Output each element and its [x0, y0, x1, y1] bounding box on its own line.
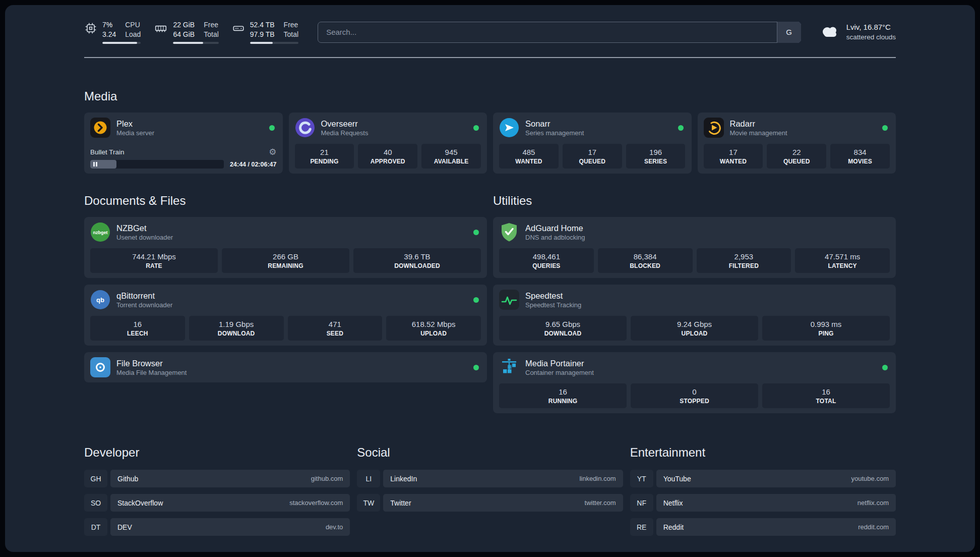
- section-title-social: Social: [357, 445, 623, 460]
- cpu-progress-bar: [102, 42, 141, 44]
- bookmark-stackoverflow[interactable]: SO StackOverflow stackoverflow.com: [84, 494, 350, 512]
- service-description: Media Requests: [321, 129, 369, 137]
- pause-icon[interactable]: [93, 162, 97, 166]
- stat-box: 618.52 Mbps UPLOAD: [386, 316, 481, 341]
- service-name: Plex: [116, 119, 154, 129]
- status-dot-online: [269, 125, 275, 131]
- service-card-overseerr[interactable]: Overseerr Media Requests 21 PENDING 40 A…: [289, 113, 487, 174]
- stat-box: 196 SERIES: [626, 144, 686, 169]
- portainer-icon: [499, 357, 519, 377]
- stat-box: 40 APPROVED: [358, 144, 417, 169]
- memory-widget: 22 GiB Free 64 GiB Total: [154, 20, 218, 44]
- bookmark-domain: dev.to: [326, 523, 343, 531]
- memory-free-label: Free: [204, 20, 219, 29]
- service-card-sonarr[interactable]: Sonarr Series management 485 WANTED 17 Q…: [493, 113, 692, 174]
- stat-value: 945: [423, 148, 479, 156]
- bookmark-name: LinkedIn: [390, 475, 417, 483]
- memory-total-value: 64 GiB: [173, 30, 195, 39]
- stat-label: PENDING: [297, 158, 352, 165]
- bookmark-dev[interactable]: DT DEV dev.to: [84, 518, 350, 536]
- stat-box: 9.65 Gbps DOWNLOAD: [499, 316, 627, 341]
- stat-box: 16 LEECH: [90, 316, 185, 341]
- service-card-radarr[interactable]: Radarr Movie management 17 WANTED 22 QUE…: [698, 113, 896, 174]
- bookmark-linkedin[interactable]: LI LinkedIn linkedin.com: [357, 470, 623, 487]
- disk-free-value: 52.4 TB: [250, 20, 275, 29]
- stat-value: 16: [92, 320, 183, 328]
- service-card-speedtest[interactable]: Speedtest Speedtest Tracking 9.65 Gbps D…: [493, 285, 896, 346]
- memory-progress-bar: [173, 42, 218, 44]
- stat-value: 21: [297, 148, 352, 156]
- service-card-qbittorrent[interactable]: qb qBittorrent Torrent downloader: [84, 285, 487, 346]
- playback-progress-bar[interactable]: [90, 160, 224, 169]
- service-card-adguard[interactable]: AdGuard Home DNS and adblocking 498,461 …: [493, 217, 896, 278]
- service-card-portainer[interactable]: Media Portainer Container management 16 …: [493, 352, 896, 413]
- stat-box: 744.21 Mbps RATE: [90, 248, 218, 273]
- weather-location: Lviv, 16.87°C: [846, 22, 896, 32]
- stat-box: 266 GB REMAINING: [222, 248, 349, 273]
- cloud-icon: [820, 24, 840, 40]
- service-name: Media Portainer: [525, 359, 594, 368]
- bookmark-domain: netflix.com: [858, 499, 889, 507]
- service-description: Movie management: [730, 129, 787, 137]
- bookmark-abbr: GH: [84, 470, 107, 487]
- bookmark-domain: linkedin.com: [579, 475, 616, 482]
- bookmark-domain: reddit.com: [858, 523, 889, 531]
- cpu-usage-label: CPU: [125, 20, 141, 29]
- service-name: qBittorrent: [116, 291, 172, 301]
- stat-box: 834 MOVIES: [830, 144, 890, 169]
- stat-label: TOTAL: [764, 398, 888, 405]
- service-card-filebrowser[interactable]: File Browser Media File Management: [84, 352, 487, 382]
- bookmark-twitter[interactable]: TW Twitter twitter.com: [357, 494, 623, 512]
- service-name: AdGuard Home: [525, 224, 585, 233]
- stat-box: 9.24 Gbps UPLOAD: [631, 316, 758, 341]
- stat-label: WANTED: [501, 158, 557, 165]
- bookmark-domain: twitter.com: [585, 499, 616, 507]
- stat-box: 86,384 BLOCKED: [598, 248, 693, 273]
- section-title-files: Documents & Files: [84, 194, 487, 208]
- files-section: Documents & Files nzbget: [84, 194, 487, 382]
- stat-box: 21 PENDING: [295, 144, 354, 169]
- service-card-plex[interactable]: Plex Media server Bullet Train ⚙: [84, 113, 283, 174]
- stat-box: 0 STOPPED: [631, 383, 758, 408]
- bookmark-netflix[interactable]: NF Netflix netflix.com: [630, 494, 896, 512]
- stat-label: PING: [764, 330, 888, 337]
- playback-time: 24:44 / 02:06:47: [230, 161, 276, 168]
- bookmark-youtube[interactable]: YT YouTube youtube.com: [630, 470, 896, 487]
- bookmark-abbr: NF: [630, 494, 653, 512]
- stat-value: 22: [769, 148, 824, 156]
- bookmark-abbr: TW: [357, 494, 380, 512]
- bookmarks-social: Social LI LinkedIn linkedin.com TW Twitt…: [357, 445, 623, 518]
- speedtest-icon: [499, 290, 519, 310]
- stat-box: 2,953 FILTERED: [697, 248, 791, 273]
- search-provider-button[interactable]: G: [777, 22, 801, 43]
- stat-value: 1.19 Gbps: [191, 320, 282, 328]
- bookmark-abbr: DT: [84, 518, 107, 536]
- svg-text:nzbget: nzbget: [93, 230, 108, 235]
- service-card-nzbget[interactable]: nzbget NZBGet Usenet downloader 74: [84, 217, 487, 278]
- service-description: Torrent downloader: [116, 301, 172, 309]
- stat-box: 16 RUNNING: [499, 383, 627, 408]
- service-name: File Browser: [116, 359, 187, 368]
- search-input[interactable]: [318, 22, 801, 43]
- stat-label: QUERIES: [501, 262, 592, 269]
- stat-label: REMAINING: [224, 262, 347, 269]
- stat-box: 16 TOTAL: [762, 383, 890, 408]
- bookmark-abbr: SO: [84, 494, 107, 512]
- bookmark-reddit[interactable]: RE Reddit reddit.com: [630, 518, 896, 536]
- stat-box: 945 AVAILABLE: [421, 144, 481, 169]
- gear-icon[interactable]: ⚙: [269, 148, 276, 156]
- disk-widget: 52.4 TB Free 97.9 TB Total: [232, 20, 298, 44]
- stat-value: 266 GB: [224, 252, 347, 261]
- status-dot-online: [473, 365, 479, 370]
- service-description: DNS and adblocking: [525, 234, 585, 241]
- service-description: Series management: [525, 129, 584, 137]
- stat-value: 196: [628, 148, 684, 156]
- bookmark-github[interactable]: GH Github github.com: [84, 470, 350, 487]
- stat-label: AVAILABLE: [423, 158, 479, 165]
- status-dot-online: [473, 297, 479, 303]
- stat-label: BLOCKED: [600, 262, 691, 269]
- now-playing-title: Bullet Train: [90, 148, 125, 156]
- search-bar: G: [318, 22, 801, 43]
- service-description: Media server: [116, 129, 154, 137]
- stat-value: 485: [501, 148, 557, 156]
